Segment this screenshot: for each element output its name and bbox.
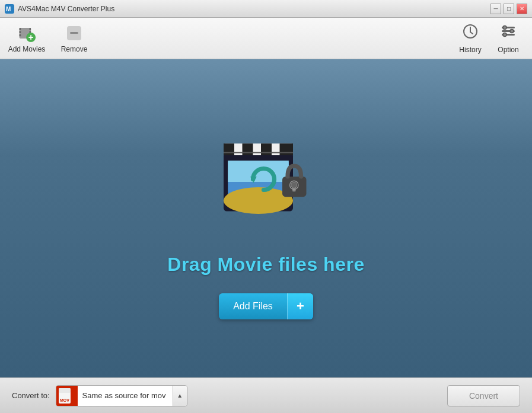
format-text: Same as source for mov xyxy=(78,391,173,400)
svg-rect-6 xyxy=(29,28,31,30)
svg-rect-11 xyxy=(30,35,31,40)
minimize-button[interactable]: ─ xyxy=(490,4,501,14)
clapperboard-illustration xyxy=(207,117,326,236)
option-button[interactable]: Option xyxy=(490,21,526,56)
restore-button[interactable]: □ xyxy=(504,4,514,14)
history-icon xyxy=(462,23,479,43)
title-bar-left: M AVS4Mac M4V Converter Plus xyxy=(5,4,114,14)
format-dropdown-arrow: ▲ xyxy=(173,385,187,406)
svg-text:MOV: MOV xyxy=(60,398,69,402)
svg-point-20 xyxy=(503,25,506,29)
format-icon: MOV xyxy=(56,385,78,406)
svg-rect-13 xyxy=(70,32,78,34)
close-button[interactable]: ✕ xyxy=(517,4,527,14)
remove-label: Remove xyxy=(61,45,88,53)
remove-button[interactable]: Remove xyxy=(53,21,95,56)
drag-movie-text: Drag Movie files here xyxy=(167,254,364,276)
option-label: Option xyxy=(498,46,518,54)
add-files-plus-icon: + xyxy=(287,293,313,319)
svg-rect-41 xyxy=(59,388,71,393)
svg-point-37 xyxy=(291,183,297,188)
svg-rect-30 xyxy=(242,143,253,155)
add-movies-label: Add Movies xyxy=(8,45,46,53)
main-content: Drag Movie files here Add Files + xyxy=(0,59,532,377)
window-title: AVS4Mac M4V Converter Plus xyxy=(18,5,114,13)
toolbar-left: Add Movies Remove xyxy=(6,21,95,56)
title-bar: M AVS4Mac M4V Converter Plus ─ □ ✕ xyxy=(0,0,532,18)
window-controls: ─ □ ✕ xyxy=(490,4,527,14)
add-movies-button[interactable]: Add Movies xyxy=(6,21,47,56)
svg-point-21 xyxy=(510,29,514,33)
convert-button[interactable]: Convert xyxy=(447,385,520,406)
toolbar: Add Movies Remove History xyxy=(0,18,532,59)
toolbar-right: History Option xyxy=(453,21,526,56)
bottom-bar: Convert to: MOV Same as source for mov ▲… xyxy=(0,377,532,413)
clapper-svg xyxy=(213,123,320,230)
option-icon xyxy=(500,23,517,43)
svg-rect-3 xyxy=(20,28,21,30)
add-movies-icon xyxy=(17,24,36,43)
svg-text:M: M xyxy=(6,6,11,12)
svg-rect-32 xyxy=(279,143,293,155)
add-files-button[interactable]: Add Files + xyxy=(219,293,313,319)
svg-rect-31 xyxy=(261,143,272,155)
remove-icon xyxy=(65,24,84,43)
app-icon: M xyxy=(5,4,14,14)
format-dropdown[interactable]: MOV Same as source for mov ▲ xyxy=(56,385,187,406)
add-files-label: Add Files xyxy=(219,301,287,312)
convert-to-label: Convert to: xyxy=(12,391,50,400)
history-button[interactable]: History xyxy=(453,21,488,56)
svg-rect-4 xyxy=(20,31,21,33)
convert-to-area: Convert to: MOV Same as source for mov ▲ xyxy=(12,385,187,406)
svg-point-22 xyxy=(503,33,506,36)
svg-rect-5 xyxy=(20,34,21,36)
svg-line-16 xyxy=(470,32,473,34)
svg-rect-29 xyxy=(224,143,234,155)
history-label: History xyxy=(459,46,481,54)
